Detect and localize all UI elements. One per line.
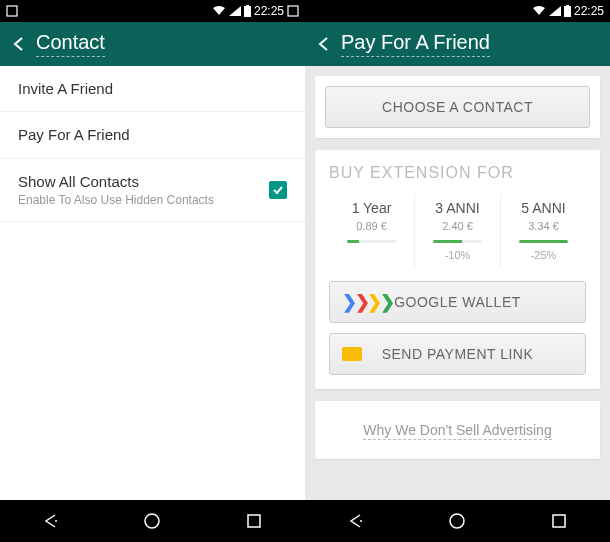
svg-point-5 bbox=[145, 514, 159, 528]
status-bar: 22:25 bbox=[0, 0, 305, 22]
plan-name: 5 ANNI bbox=[505, 200, 582, 216]
phone-left: 22:25 Contact Invite A Friend Pay For A … bbox=[0, 0, 305, 542]
plans-row: 1 Year 0.89 € 3 ANNI 2.40 € -10% 5 ANNI … bbox=[329, 194, 586, 267]
plan-5year[interactable]: 5 ANNI 3.34 € -25% bbox=[501, 194, 586, 267]
plan-price: 3.34 € bbox=[505, 220, 582, 232]
card-title: BUY EXTENSION FOR bbox=[329, 164, 586, 182]
back-icon[interactable] bbox=[10, 35, 28, 53]
nav-home-icon[interactable] bbox=[132, 511, 172, 531]
screenshot-icon bbox=[6, 5, 18, 17]
plan-name: 3 ANNI bbox=[419, 200, 496, 216]
svg-rect-7 bbox=[564, 6, 571, 17]
choose-contact-button[interactable]: CHOOSE A CONTACT bbox=[325, 86, 590, 128]
list-item-label: Show All Contacts bbox=[18, 173, 214, 191]
advertising-link: Why We Don't Sell Advertising bbox=[363, 422, 551, 440]
envelope-icon bbox=[342, 347, 362, 361]
phone-right: 22:25 Pay For A Friend CHOOSE A CONTACT … bbox=[305, 0, 610, 542]
nav-recent-icon[interactable] bbox=[234, 512, 274, 530]
pay-for-friend-item[interactable]: Pay For A Friend bbox=[0, 112, 305, 159]
wifi-icon bbox=[212, 6, 226, 16]
status-time: 22:25 bbox=[574, 4, 604, 18]
battery-icon bbox=[244, 5, 251, 17]
svg-rect-8 bbox=[566, 5, 569, 6]
plan-1year[interactable]: 1 Year 0.89 € bbox=[329, 194, 415, 267]
content-area: Invite A Friend Pay For A Friend Show Al… bbox=[0, 66, 305, 500]
plan-price: 2.40 € bbox=[419, 220, 496, 232]
checkbox-icon[interactable] bbox=[269, 181, 287, 199]
svg-point-10 bbox=[450, 514, 464, 528]
nav-home-icon[interactable] bbox=[437, 511, 477, 531]
svg-rect-2 bbox=[246, 5, 249, 6]
status-time: 22:25 bbox=[254, 4, 284, 18]
svg-rect-0 bbox=[7, 6, 17, 16]
content-area: CHOOSE A CONTACT BUY EXTENSION FOR 1 Yea… bbox=[305, 66, 610, 500]
send-payment-button[interactable]: SEND PAYMENT LINK bbox=[329, 333, 586, 375]
wifi-icon bbox=[532, 6, 546, 16]
show-all-contacts-item[interactable]: Show All Contacts Enable To Also Use Hid… bbox=[0, 159, 305, 222]
list-item-subtitle: Enable To Also Use Hidden Contacts bbox=[18, 193, 214, 207]
signal-icon bbox=[549, 6, 561, 16]
nav-back-icon[interactable] bbox=[336, 511, 376, 531]
status-bar: 22:25 bbox=[305, 0, 610, 22]
plan-price: 0.89 € bbox=[333, 220, 410, 232]
svg-point-4 bbox=[55, 520, 57, 522]
nav-back-icon[interactable] bbox=[31, 511, 71, 531]
svg-rect-6 bbox=[248, 515, 260, 527]
plan-discount: -25% bbox=[505, 249, 582, 261]
nav-recent-icon[interactable] bbox=[539, 512, 579, 530]
back-icon[interactable] bbox=[315, 35, 333, 53]
google-wallet-button[interactable]: ❯❯❯❯ GOOGLE WALLET bbox=[329, 281, 586, 323]
svg-rect-1 bbox=[244, 6, 251, 17]
app-header: Contact bbox=[0, 22, 305, 66]
google-wallet-icon: ❯❯❯❯ bbox=[342, 291, 395, 313]
plan-name: 1 Year bbox=[333, 200, 410, 216]
button-label: SEND PAYMENT LINK bbox=[382, 346, 534, 362]
signal-icon bbox=[229, 6, 241, 16]
page-title: Pay For A Friend bbox=[341, 31, 490, 57]
invite-friend-item[interactable]: Invite A Friend bbox=[0, 66, 305, 112]
buy-extension-card: BUY EXTENSION FOR 1 Year 0.89 € 3 ANNI 2… bbox=[315, 150, 600, 389]
choose-contact-card: CHOOSE A CONTACT bbox=[315, 76, 600, 138]
plan-3year[interactable]: 3 ANNI 2.40 € -10% bbox=[415, 194, 501, 267]
app-header: Pay For A Friend bbox=[305, 22, 610, 66]
svg-point-9 bbox=[360, 520, 362, 522]
screenshot-icon-2 bbox=[287, 5, 299, 17]
svg-rect-3 bbox=[288, 6, 298, 16]
list-item-label: Pay For A Friend bbox=[18, 126, 130, 144]
button-label: CHOOSE A CONTACT bbox=[382, 99, 533, 115]
plan-discount: -10% bbox=[419, 249, 496, 261]
button-label: GOOGLE WALLET bbox=[394, 294, 521, 310]
advertising-card[interactable]: Why We Don't Sell Advertising bbox=[315, 401, 600, 459]
page-title: Contact bbox=[36, 31, 105, 57]
list-item-label: Invite A Friend bbox=[18, 80, 113, 97]
battery-icon bbox=[564, 5, 571, 17]
nav-bar bbox=[0, 500, 305, 542]
nav-bar bbox=[305, 500, 610, 542]
svg-rect-11 bbox=[553, 515, 565, 527]
